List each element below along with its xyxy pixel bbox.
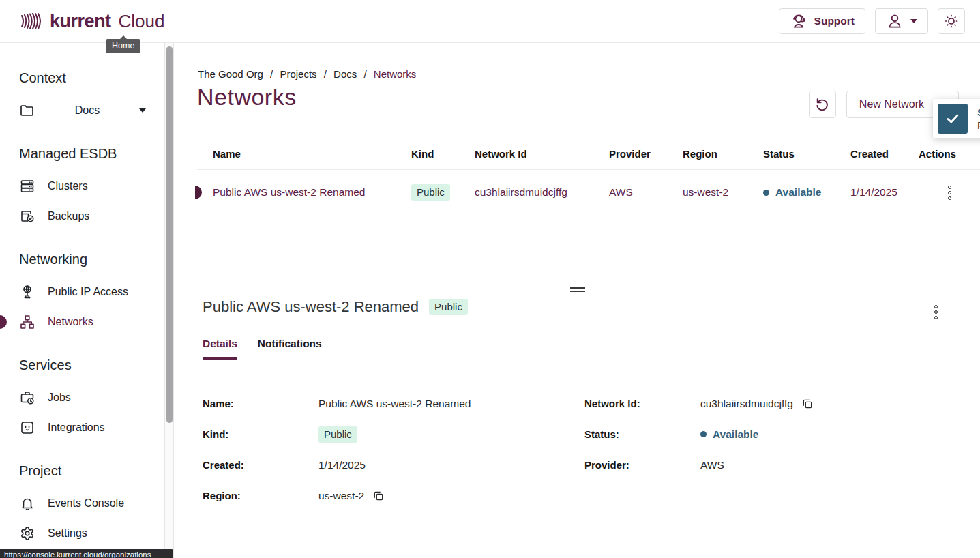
support-label: Support [814, 15, 855, 27]
active-item-indicator [0, 315, 7, 329]
col-header-network-id: Network Id [475, 148, 609, 160]
row-region: us-west-2 [683, 186, 763, 199]
breadcrumb-current: Networks [374, 68, 417, 80]
clusters-icon [19, 178, 35, 194]
sidebar-item-label: Clusters [48, 180, 88, 192]
detail-panel: Public AWS us-west-2 Renamed Public Deta… [175, 280, 980, 558]
breadcrumb-projects[interactable]: Projects [280, 68, 316, 80]
breadcrumb-org[interactable]: The Good Org [198, 68, 263, 80]
sidebar-item-events-console[interactable]: Events Console [19, 488, 164, 518]
detail-fields: Name: Public AWS us-west-2 Renamed Netwo… [203, 388, 814, 511]
detail-kind-badge: Public [429, 299, 468, 315]
refresh-icon [815, 97, 830, 112]
col-header-name: Name [197, 148, 411, 160]
table-header-row: Name Kind Network Id Provider Region Sta… [197, 138, 980, 170]
sun-icon [943, 13, 960, 29]
sidebar: Context Docs Managed ESDB Clusters [0, 43, 164, 558]
field-label-status: Status: [584, 428, 700, 440]
brand-name: kurrent [50, 11, 111, 32]
context-selector[interactable]: Docs [19, 96, 164, 126]
field-kind-badge: Public [318, 426, 357, 443]
tab-details[interactable]: Details [203, 338, 237, 359]
kind-badge: Public [411, 184, 450, 201]
panel-resize-handle[interactable] [570, 287, 585, 294]
chevron-down-icon [139, 108, 146, 113]
status-dot-icon [763, 190, 769, 196]
sidebar-item-label: Networks [48, 316, 93, 328]
kurrent-cloud-logo[interactable]: kurrent Cloud [19, 9, 164, 33]
sidebar-item-backups[interactable]: Backups [19, 201, 164, 231]
detail-status-label: Available [713, 428, 759, 441]
theme-toggle-button[interactable] [938, 8, 965, 34]
sidebar-scrollbar[interactable] [164, 43, 174, 558]
sidebar-item-label: Events Console [48, 497, 124, 510]
refresh-button[interactable] [809, 91, 836, 118]
section-title-project: Project [19, 463, 164, 479]
status-label: Available [775, 186, 822, 199]
sidebar-item-integrations[interactable]: Integrations [19, 413, 164, 443]
user-menu-button[interactable] [875, 8, 928, 34]
backup-box-check-icon [19, 208, 35, 224]
support-button[interactable]: Support [779, 8, 865, 34]
field-label-provider: Provider: [584, 459, 700, 471]
sidebar-item-settings[interactable]: Settings [19, 518, 164, 548]
section-title-networking: Networking [19, 252, 164, 267]
row-name-link[interactable]: Public AWS us-west-2 Renamed [197, 186, 411, 199]
sidebar-item-label: Backups [48, 210, 89, 222]
toast-message: Public AWS us-west-2 Renamed [977, 119, 980, 132]
copy-region-icon[interactable] [372, 490, 385, 502]
globe-stand-icon [19, 284, 35, 300]
field-value-created: 1/14/2025 [318, 459, 584, 471]
link-target-statusbar: https://console.kurrent.cloud/organizati… [0, 549, 173, 558]
breadcrumb-project-docs[interactable]: Docs [333, 68, 357, 80]
field-label-created: Created: [203, 459, 318, 471]
sidebar-item-label: Jobs [48, 392, 71, 404]
success-toast[interactable]: Successfully renamed network Public AWS … [933, 99, 980, 138]
sidebar-item-public-ip-access[interactable]: Public IP Access [19, 277, 164, 307]
sidebar-item-jobs[interactable]: Jobs [19, 383, 164, 413]
gear-icon [19, 525, 35, 542]
row-created: 1/14/2025 [850, 186, 919, 199]
sidebar-item-networks[interactable]: Networks [19, 307, 164, 337]
detail-tabs: Details Notifications [203, 338, 955, 359]
field-label-name: Name: [203, 398, 318, 409]
col-header-created: Created [850, 148, 919, 160]
outlet-icon [19, 420, 35, 436]
home-tooltip: Home [106, 39, 140, 53]
field-value-network-id: cu3hlaiirsdmuidcjffg [700, 398, 793, 410]
section-title-services: Services [19, 357, 164, 373]
copy-network-id-icon[interactable] [801, 398, 814, 410]
detail-title: Public AWS us-west-2 Renamed [203, 298, 419, 316]
sidebar-scrollbar-thumb[interactable] [166, 46, 173, 423]
sidebar-item-label: Public IP Access [48, 286, 128, 298]
col-header-actions: Actions [919, 148, 980, 160]
status-dot-icon [700, 431, 707, 437]
new-network-label: New Network [859, 98, 924, 111]
row-actions-kebab-icon[interactable] [941, 183, 958, 203]
field-label-kind: Kind: [203, 428, 318, 440]
sidebar-item-label: Integrations [48, 422, 105, 434]
table-row[interactable]: Public AWS us-west-2 Renamed Public cu3h… [197, 170, 980, 215]
sidebar-item-label: Settings [48, 527, 87, 540]
soundwave-logo-icon [19, 9, 44, 33]
field-label-region: Region: [203, 490, 318, 501]
section-title-context: Context [19, 70, 164, 86]
user-icon [886, 12, 904, 30]
folder-icon [19, 102, 35, 119]
sidebar-item-clusters[interactable]: Clusters [19, 171, 164, 201]
row-provider: AWS [609, 186, 683, 199]
col-header-region: Region [683, 148, 763, 160]
brand-product: Cloud [119, 11, 165, 32]
field-value-name: Public AWS us-west-2 Renamed [318, 398, 584, 410]
network-hierarchy-icon [19, 314, 35, 330]
support-agent-icon [790, 12, 807, 30]
bell-icon [19, 495, 35, 512]
main-content: The Good Org / Projects / Docs / Network… [175, 43, 980, 558]
detail-actions-kebab-icon[interactable] [927, 302, 945, 322]
context-selector-label: Docs [35, 104, 139, 117]
top-header: kurrent Cloud Support [0, 0, 980, 43]
networks-table: Name Kind Network Id Provider Region Sta… [197, 138, 980, 215]
breadcrumb-separator: / [363, 68, 366, 80]
tab-notifications[interactable]: Notifications [258, 338, 322, 359]
field-value-provider: AWS [700, 459, 814, 471]
